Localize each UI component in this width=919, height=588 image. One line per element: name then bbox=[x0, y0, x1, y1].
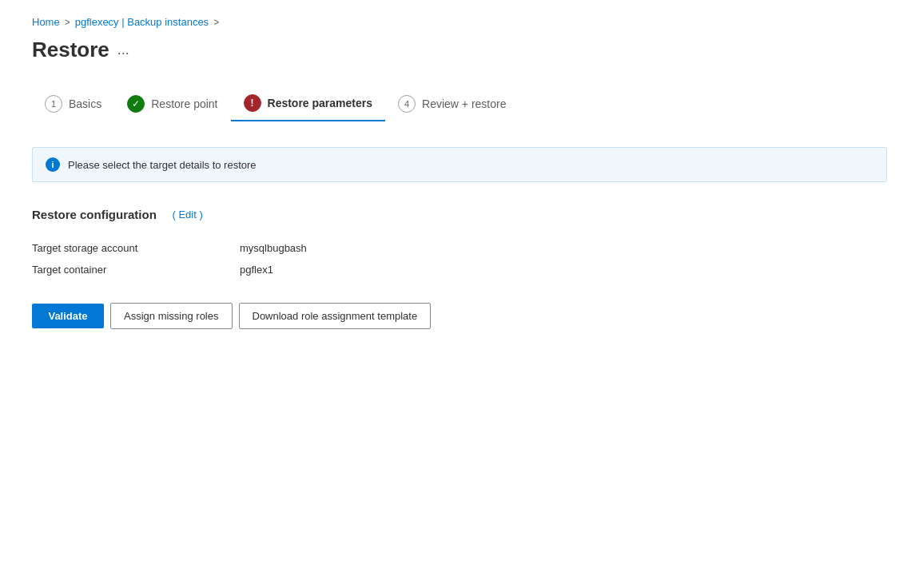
wizard-step-restore-parameters[interactable]: Restore parameters bbox=[231, 88, 386, 121]
step-circle-review-restore: 4 bbox=[398, 95, 416, 113]
wizard-step-restore-point[interactable]: Restore point bbox=[114, 89, 230, 121]
page-title: Restore bbox=[32, 38, 109, 62]
breadcrumb: Home > pgflexecy | Backup instances > bbox=[32, 16, 887, 28]
config-label-container: Target container bbox=[32, 264, 208, 276]
step-circle-restore-point bbox=[127, 95, 145, 113]
config-value-storage: mysqlbugbash bbox=[240, 242, 307, 254]
step-circle-basics: 1 bbox=[45, 95, 62, 113]
breadcrumb-home[interactable]: Home bbox=[32, 16, 60, 28]
step-label-restore-parameters: Restore parameters bbox=[268, 97, 373, 109]
step-label-restore-point: Restore point bbox=[151, 97, 217, 110]
config-row-container: Target container pgflex1 bbox=[32, 259, 887, 280]
assign-roles-button[interactable]: Assign missing roles bbox=[110, 303, 233, 329]
edit-link[interactable]: ( Edit ) bbox=[172, 209, 202, 220]
breadcrumb-sep2: > bbox=[213, 17, 219, 28]
breadcrumb-sep1: > bbox=[65, 17, 70, 28]
download-template-button[interactable]: Download role assignment template bbox=[239, 303, 432, 329]
step-circle-restore-parameters bbox=[244, 94, 261, 112]
wizard-step-review-restore[interactable]: 4 Review + restore bbox=[385, 89, 519, 121]
wizard-step-basics[interactable]: 1 Basics bbox=[32, 89, 114, 121]
config-label-storage: Target storage account bbox=[32, 242, 208, 254]
config-value-container: pgflex1 bbox=[240, 264, 273, 276]
step-label-review-restore: Review + restore bbox=[422, 97, 506, 110]
config-table: Target storage account mysqlbugbash Targ… bbox=[32, 237, 887, 280]
wizard-steps: 1 Basics Restore point Restore parameter… bbox=[32, 88, 887, 121]
action-buttons: Validate Assign missing roles Download r… bbox=[32, 303, 887, 329]
page-menu-icon[interactable]: ... bbox=[117, 42, 129, 58]
breadcrumb-backup[interactable]: pgflexecy | Backup instances bbox=[75, 16, 209, 28]
section-header: Restore configuration ( Edit ) bbox=[32, 208, 887, 221]
section-title: Restore configuration bbox=[32, 208, 157, 221]
page-header: Restore ... bbox=[32, 38, 887, 62]
info-icon: i bbox=[46, 157, 60, 172]
config-row-storage: Target storage account mysqlbugbash bbox=[32, 237, 887, 259]
info-banner-text: Please select the target details to rest… bbox=[68, 159, 257, 171]
step-label-basics: Basics bbox=[69, 97, 101, 110]
info-banner: i Please select the target details to re… bbox=[32, 147, 887, 182]
validate-button[interactable]: Validate bbox=[32, 304, 104, 328]
